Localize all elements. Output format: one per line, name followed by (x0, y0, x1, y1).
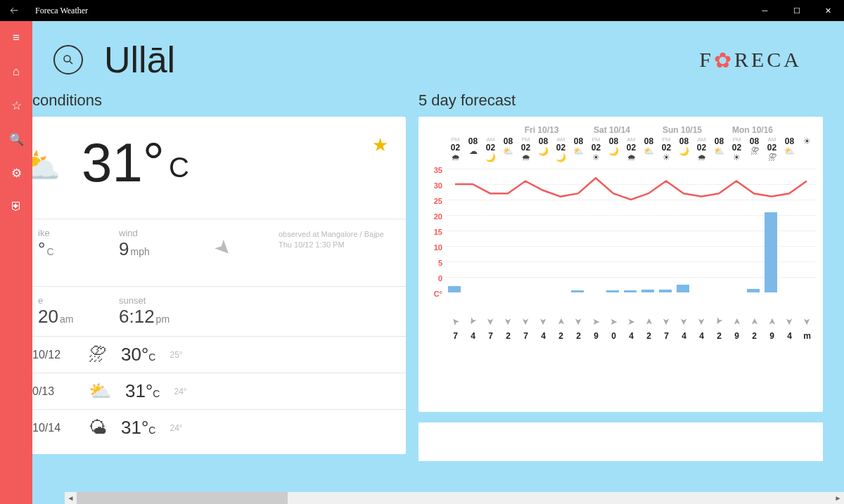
mini-secondary: 24° (174, 387, 186, 396)
wind-speed-value: 9 (734, 331, 739, 341)
wind-arrow-icon: ➤ (610, 316, 618, 327)
current-temp: 31°C (60, 131, 189, 195)
forecast-card[interactable]: Fri 10/13Sat 10/14Sun 10/15Mon 10/16 PM0… (418, 117, 823, 412)
search-icon[interactable]: 🔍 (0, 122, 32, 156)
wind-unit: mph (130, 246, 149, 257)
mini-weather-icon: 🌤 (89, 417, 107, 439)
wind-speed-value: 4 (787, 331, 792, 341)
wind-speed-value: 4 (699, 331, 704, 341)
brand-logo: F✿RECA (699, 48, 802, 72)
wind-speeds: 74727422904274429294m (426, 329, 816, 342)
hour-column: 08☁ (464, 136, 482, 162)
favorites-icon[interactable]: ☆ (0, 89, 32, 122)
observed-time: Thu 10/12 1:30 PM (279, 240, 384, 250)
conditions-label: conditions (32, 91, 406, 110)
day-label: Sun 10/15 (647, 125, 717, 135)
wind-speed-value: 9 (769, 331, 774, 341)
favorite-star-icon[interactable]: ★ (372, 134, 388, 156)
temp-unit: C (169, 152, 189, 183)
hour-column: 08🌙 (675, 136, 693, 162)
hour-column: ☀ (798, 136, 816, 162)
scroll-left-button[interactable]: ◄ (65, 494, 77, 502)
hour-column: AM02🌙 (482, 136, 499, 162)
weather-icon: ⛅ (32, 131, 60, 201)
maximize-button[interactable]: ☐ (781, 6, 812, 15)
hour-column: AM02🌧 (622, 136, 640, 162)
mini-forecast-row[interactable]: 10/12 ⛈ 30°C 25° (32, 336, 406, 373)
wind-arrow-icon: ➤ (749, 318, 760, 325)
wind-arrows: ➤➤➤➤➤➤➤➤➤➤➤➤➤➤➤➤➤➤➤➤➤ (426, 315, 816, 328)
wind-arrow-icon: ➤ (573, 318, 584, 325)
sunrise-label: e (38, 295, 113, 306)
extra-card[interactable] (418, 422, 823, 461)
minimize-button[interactable]: ─ (749, 6, 781, 15)
hour-column: PM02🌧 (447, 136, 464, 162)
settings-icon[interactable]: ⚙ (0, 156, 32, 190)
hour-column: 08⛅ (570, 136, 587, 162)
hour-column: AM02⛈ (763, 136, 781, 162)
wind-arrow-icon: ➤ (644, 318, 654, 325)
mini-date: 10/14 (32, 422, 75, 434)
wind-speed-value: 2 (576, 331, 581, 341)
close-button[interactable]: ✕ (812, 6, 844, 15)
mini-weather-icon: ⛅ (89, 380, 111, 402)
wind-value: 9 (119, 238, 129, 259)
hour-labels: PM02🌧 08☁ AM02🌙 08⛅ PM02🌧 08🌙 AM02🌙 08⛅ … (426, 136, 816, 162)
hour-column: PM02☀ (658, 136, 675, 162)
wind-arrow-icon: ➤ (731, 318, 742, 325)
wind-arrow-icon: ➤ (767, 318, 777, 325)
observation-info: observed at Mangalore / Bajpe Thu 10/12 … (279, 229, 384, 251)
mini-temp: 30°C (121, 344, 155, 366)
wind-arrow-icon: ➤ (520, 318, 531, 325)
wind-arrow-icon: ➤ (679, 318, 689, 325)
wind-label: wind (119, 228, 194, 238)
wind-speed-value: 7 (523, 331, 528, 341)
sunset-label: sunset (119, 295, 194, 306)
mini-secondary: 25° (170, 350, 182, 360)
home-icon[interactable]: ⌂ (0, 55, 32, 89)
search-location-button[interactable] (53, 45, 83, 75)
wind-arrow-icon: ➤ (503, 318, 513, 325)
day-label: Mon 10/16 (717, 125, 788, 135)
wind-arrow-icon: ➤ (556, 318, 566, 325)
forecast-chart: 35302520151050C° (426, 166, 816, 314)
wind-arrow-icon: ➤ (466, 316, 479, 328)
wind-speed-value: 2 (752, 331, 757, 341)
wind-arrow-icon: ➤ (696, 318, 707, 325)
wind-speed-value: 2 (506, 331, 511, 341)
horizontal-scrollbar[interactable]: ◄ ► (65, 492, 844, 504)
hour-column: 08⛈ (746, 136, 763, 162)
mini-secondary: 24° (170, 423, 182, 433)
observed-at: observed at Mangalore / Bajpe (279, 229, 384, 240)
hour-column: AM02🌧 (693, 136, 710, 162)
scroll-right-button[interactable]: ► (832, 494, 844, 502)
mini-forecast-row[interactable]: 0/13 ⛅ 31°C 24° (32, 373, 406, 409)
wind-speed-value: 7 (488, 331, 493, 341)
hour-column: AM02🌙 (552, 136, 570, 162)
hour-column: PM02☀ (728, 136, 746, 162)
shield-icon[interactable]: ⛨ (0, 190, 32, 224)
hour-column: 08⛅ (781, 136, 798, 162)
wind-speed-value: 4 (629, 331, 634, 341)
hour-column: 08⛅ (710, 136, 728, 162)
day-label: Fri 10/13 (506, 125, 577, 135)
back-button[interactable]: 🡠 (0, 6, 28, 16)
wind-speed-value: 2 (558, 331, 563, 341)
y-tick: C° (434, 290, 442, 311)
mini-weather-icon: ⛈ (89, 344, 107, 366)
wind-arrow-icon: ➤ (449, 315, 462, 328)
hour-column: PM02🌧 (517, 136, 535, 162)
wind-speed-value: m (803, 331, 811, 341)
wind-speed-value: 9 (594, 331, 599, 341)
wind-arrow-icon: ➤ (538, 318, 549, 325)
temp-value: 31° (82, 131, 165, 193)
scroll-thumb[interactable] (77, 492, 288, 504)
mini-forecast-row[interactable]: 10/14 🌤 31°C 24° (32, 409, 406, 446)
wind-arrow-icon: ➤ (784, 318, 795, 325)
titlebar: 🡠 Foreca Weather ─ ☐ ✕ (0, 0, 844, 21)
wind-arrow-icon: ➤ (592, 316, 600, 327)
day-labels: Fri 10/13Sat 10/14Sun 10/15Mon 10/16 (426, 125, 816, 135)
conditions-card: ★ ⛅ 31°C observed at Mangalore / Bajpe T… (32, 117, 406, 454)
wind-speed-value: 7 (664, 331, 669, 341)
menu-icon[interactable]: ≡ (0, 21, 32, 55)
